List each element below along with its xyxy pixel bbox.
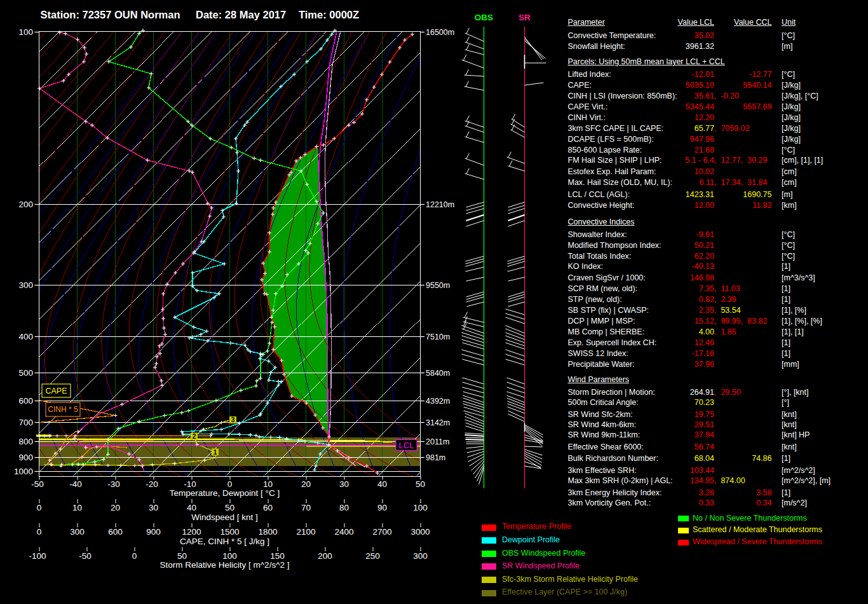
svg-text:150: 150 xyxy=(270,551,285,561)
svg-text:LCL: LCL xyxy=(399,441,414,450)
svg-text:300: 300 xyxy=(413,551,428,561)
svg-text:60: 60 xyxy=(263,503,273,512)
svg-text:80: 80 xyxy=(339,503,349,512)
svg-text:-40: -40 xyxy=(69,479,82,489)
svg-text:5840m: 5840m xyxy=(426,369,450,378)
svg-text:-30: -30 xyxy=(107,479,120,489)
svg-text:250: 250 xyxy=(365,551,380,561)
svg-text:30: 30 xyxy=(339,479,349,489)
svg-text:800: 800 xyxy=(18,437,33,446)
svg-text:12210m: 12210m xyxy=(426,200,454,209)
svg-text:Windspeed [ knt ]: Windspeed [ knt ] xyxy=(191,512,257,522)
svg-text:Temperature, Dewpoint [ °C ]: Temperature, Dewpoint [ °C ] xyxy=(170,488,280,498)
svg-text:1800: 1800 xyxy=(258,527,277,537)
svg-text:CAPE: CAPE xyxy=(45,387,67,395)
svg-text:9550m: 9550m xyxy=(426,281,450,290)
svg-text:400: 400 xyxy=(18,332,33,341)
svg-text:100: 100 xyxy=(18,27,33,37)
svg-text:-100: -100 xyxy=(29,551,46,561)
svg-text:Storm Relative Helicity [ m^2: Storm Relative Helicity [ m^2/s^2 ] xyxy=(160,560,290,570)
svg-text:50: 50 xyxy=(177,551,187,561)
svg-text:200: 200 xyxy=(18,200,33,209)
svg-text:0: 0 xyxy=(227,479,233,489)
svg-text:20: 20 xyxy=(301,479,311,489)
svg-text:900: 900 xyxy=(18,453,33,462)
svg-text:-20: -20 xyxy=(146,479,158,489)
svg-text:16500m: 16500m xyxy=(426,28,454,37)
svg-text:500: 500 xyxy=(18,368,33,378)
svg-text:700: 700 xyxy=(18,418,33,427)
svg-text:2100: 2100 xyxy=(296,527,315,537)
svg-text:0: 0 xyxy=(132,551,137,561)
svg-text:1200: 1200 xyxy=(182,527,201,537)
svg-text:1500: 1500 xyxy=(220,527,239,537)
svg-text:0: 0 xyxy=(37,503,42,512)
svg-text:2011m: 2011m xyxy=(426,437,449,446)
svg-text:3142m: 3142m xyxy=(426,418,450,427)
svg-text:3000: 3000 xyxy=(410,527,430,537)
svg-text:100: 100 xyxy=(413,503,428,512)
svg-text:3: 3 xyxy=(231,416,235,423)
svg-text:300: 300 xyxy=(70,527,85,537)
svg-text:2700: 2700 xyxy=(372,527,391,537)
svg-text:1000: 1000 xyxy=(14,467,33,476)
svg-text:CAPE, CINH * 5 [ J/kg ]: CAPE, CINH * 5 [ J/kg ] xyxy=(180,537,269,546)
svg-text:0: 0 xyxy=(37,527,42,537)
svg-text:900: 900 xyxy=(146,527,161,537)
svg-text:40: 40 xyxy=(187,503,196,512)
svg-text:20: 20 xyxy=(111,503,120,512)
svg-text:2: 2 xyxy=(193,433,196,440)
svg-text:300: 300 xyxy=(18,280,33,290)
svg-text:SR: SR xyxy=(519,13,531,22)
svg-text:50: 50 xyxy=(225,503,234,512)
svg-text:600: 600 xyxy=(108,527,123,537)
svg-text:70: 70 xyxy=(301,503,311,512)
svg-text:100: 100 xyxy=(222,551,237,561)
svg-text:90: 90 xyxy=(377,503,387,512)
svg-text:-50: -50 xyxy=(31,479,44,489)
svg-text:10: 10 xyxy=(72,503,82,512)
svg-text:-10: -10 xyxy=(184,479,196,489)
svg-text:-50: -50 xyxy=(79,551,92,561)
svg-text:4392m: 4392m xyxy=(426,397,450,406)
svg-text:1: 1 xyxy=(214,449,217,456)
svg-text:OBS: OBS xyxy=(475,13,493,22)
svg-text:200: 200 xyxy=(318,551,332,561)
svg-text:CINH * 5: CINH * 5 xyxy=(48,405,78,414)
svg-text:30: 30 xyxy=(149,503,158,512)
svg-text:7510m: 7510m xyxy=(426,333,450,341)
svg-text:2400: 2400 xyxy=(334,527,353,537)
svg-text:600: 600 xyxy=(18,396,33,406)
svg-text:40: 40 xyxy=(377,479,387,489)
svg-text:10: 10 xyxy=(263,479,273,489)
svg-text:50: 50 xyxy=(416,479,425,489)
svg-text:981m: 981m xyxy=(426,453,445,462)
